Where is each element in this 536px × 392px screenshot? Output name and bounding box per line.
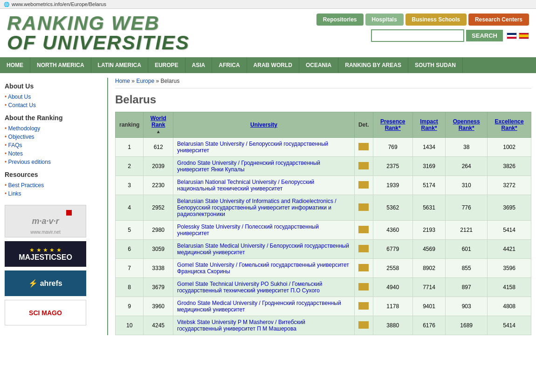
det-button[interactable] <box>358 226 369 233</box>
sidebar-item-about-us[interactable]: About Us <box>8 94 31 100</box>
cell-excellence: 3596 <box>488 259 531 278</box>
about-ranking-heading: About the Ranking <box>5 114 100 122</box>
ad-mavir[interactable]: m·a·v·r www.mavir.net <box>5 205 86 237</box>
cell-impact: 3169 <box>412 157 445 176</box>
cell-det <box>354 278 373 297</box>
sidebar-item-faqs[interactable]: FAQs <box>8 142 22 149</box>
search-input[interactable] <box>371 29 464 42</box>
university-name-link[interactable]: Vitebsk State University P M Masherov / … <box>177 319 305 332</box>
university-name-link[interactable]: Belarusian State University / Белорусски… <box>177 141 328 154</box>
cell-university: Grodno State Medical University / Гродне… <box>173 297 355 316</box>
excellence-link[interactable]: Excellence Rank* <box>495 118 524 131</box>
impact-link[interactable]: Impact Rank* <box>420 118 438 131</box>
nav-asia[interactable]: ASIA <box>186 57 213 73</box>
cell-presence: 1178 <box>373 297 412 316</box>
det-button[interactable] <box>358 302 369 310</box>
nav-africa[interactable]: AFRICA <box>212 57 247 73</box>
language-flags <box>507 33 529 39</box>
ad-majestic[interactable]: ★ ★ ★ ★ ★ MAJESTICSEO <box>5 241 86 267</box>
ad-ahrefs[interactable]: ⚡ ahrefs <box>5 270 86 296</box>
nav-home[interactable]: HOME <box>0 57 30 73</box>
english-flag[interactable] <box>507 33 517 39</box>
nav-north-america[interactable]: NORTH AMERICA <box>30 57 91 73</box>
university-name-link[interactable]: Grodno State University / Гродненский го… <box>177 160 320 173</box>
page-title: Belarus <box>115 93 531 106</box>
cell-university: Belarusian State University / Белорусски… <box>173 138 355 157</box>
university-name-link[interactable]: Gomel State University / Гомельский госу… <box>177 262 349 275</box>
cell-presence: 2375 <box>373 157 412 176</box>
repositories-button[interactable]: Repositories <box>316 14 364 26</box>
ad-majestic-text: MAJESTICSEO <box>19 253 72 262</box>
cell-excellence: 3695 <box>488 195 531 221</box>
world-rank-link[interactable]: World Rank <box>151 115 166 128</box>
det-button[interactable] <box>358 264 369 271</box>
col-world-rank[interactable]: World Rank ▲ <box>144 112 173 138</box>
cell-openness: 310 <box>446 176 488 195</box>
cell-det <box>354 138 373 157</box>
about-us-links: About Us Contact Us <box>5 93 100 109</box>
col-university: University <box>173 112 355 138</box>
cell-excellence: 1002 <box>488 138 531 157</box>
resources-heading: Resources <box>5 171 100 178</box>
university-name-link[interactable]: Gomel State Technical University PO Sukh… <box>177 281 322 294</box>
university-name-link[interactable]: Grodno State Medical University / Гродне… <box>177 300 341 313</box>
det-button[interactable] <box>358 162 369 169</box>
sidebar-item-previous-editions[interactable]: Previous editions <box>8 159 51 165</box>
det-button[interactable] <box>358 181 369 189</box>
col-excellence: Excellence Rank* <box>488 112 531 138</box>
cell-excellence: 5414 <box>488 221 531 240</box>
sidebar-item-links[interactable]: Links <box>8 190 21 197</box>
breadcrumb-home[interactable]: Home <box>115 78 130 84</box>
nav-europe[interactable]: EUROPE <box>148 57 186 73</box>
cell-world-rank: 3679 <box>144 278 173 297</box>
business-schools-button[interactable]: Business Schools <box>405 14 467 26</box>
url-text: www.webometrics.info/en/Europe/Belarus <box>12 1 106 7</box>
cell-university: Vitebsk State University P M Masherov / … <box>173 316 355 335</box>
cell-university: Belarusian National Technical University… <box>173 176 355 195</box>
sidebar-item-contact-us[interactable]: Contact Us <box>8 102 36 108</box>
university-name-link[interactable]: Belarusian State University of Informati… <box>177 198 337 217</box>
cell-impact: 5174 <box>412 176 445 195</box>
nav-oceania[interactable]: OCEANIA <box>299 57 338 73</box>
cell-impact: 1434 <box>412 138 445 157</box>
cell-ranking: 3 <box>116 176 144 195</box>
table-row: 104245Vitebsk State University P M Mashe… <box>116 316 531 335</box>
nav-latin-america[interactable]: LATIN AMERICA <box>91 57 148 73</box>
cell-university: Gomel State Technical University PO Sukh… <box>173 278 355 297</box>
spanish-flag[interactable] <box>519 33 529 39</box>
search-button[interactable]: SEARCH <box>466 30 503 41</box>
sidebar-item-methodology[interactable]: Methodology <box>8 125 41 132</box>
ad-scimago[interactable]: SCI MAGO <box>5 300 86 325</box>
cell-det <box>354 157 373 176</box>
presence-link[interactable]: Presence Rank* <box>380 118 405 131</box>
cell-world-rank: 3059 <box>144 240 173 259</box>
cell-impact: 7714 <box>412 278 445 297</box>
breadcrumb-europe[interactable]: Europe <box>136 78 154 84</box>
ad-mavir-logo: m·a·v·r <box>32 216 59 226</box>
research-centers-button[interactable]: Research Centers <box>468 14 529 26</box>
cell-det <box>354 240 373 259</box>
det-button[interactable] <box>358 203 369 211</box>
sidebar-item-best-practices[interactable]: Best Practices <box>8 182 44 189</box>
det-button[interactable] <box>358 321 369 329</box>
university-link[interactable]: University <box>250 122 277 128</box>
det-button[interactable] <box>358 245 369 252</box>
sidebar-item-objectives[interactable]: Objectives <box>8 134 34 140</box>
cell-impact: 8902 <box>412 259 445 278</box>
nav-arab-world[interactable]: ARAB WORLD <box>247 57 299 73</box>
nav-ranking-by-areas[interactable]: RANKING BY AREAS <box>338 57 408 73</box>
cell-excellence: 3272 <box>488 176 531 195</box>
det-button[interactable] <box>358 143 369 150</box>
table-row: 1612Belarusian State University / Белору… <box>116 138 531 157</box>
university-name-link[interactable]: Belarusian National Technical University… <box>177 179 314 192</box>
nav-south-sudan[interactable]: SOUTH SUDAN <box>408 57 463 73</box>
hospitals-button[interactable]: Hospitals <box>365 14 404 26</box>
table-row: 83679Gomel State Technical University PO… <box>116 278 531 297</box>
university-name-link[interactable]: Polessky State University / Полесский го… <box>177 223 319 237</box>
university-name-link[interactable]: Belarusian State Medical University / Бе… <box>177 243 349 256</box>
about-ranking-links: Methodology Objectives FAQs Notes Previo… <box>5 124 100 166</box>
det-button[interactable] <box>358 283 369 291</box>
sidebar-item-notes[interactable]: Notes <box>8 150 23 157</box>
openness-link[interactable]: Openness Rank* <box>453 118 480 131</box>
cell-university: Belarusian State Medical University / Бе… <box>173 240 355 259</box>
